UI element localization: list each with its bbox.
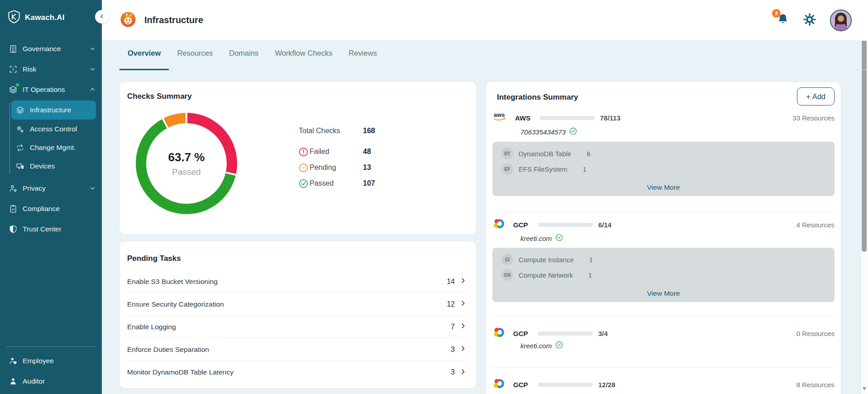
progress-bar: [538, 383, 593, 387]
progress-bar: [538, 332, 593, 336]
sidebar-item-governance[interactable]: Governance: [0, 38, 102, 59]
check-circle-icon: [299, 179, 310, 188]
notification-badge: 3: [772, 9, 781, 18]
resource-types-panel-aws: DT DynamoDB Table 6 EF EFS FileSystem 1 …: [492, 142, 835, 196]
resource-type-name: Compute Instance: [519, 256, 574, 264]
sidebar-item-change-mgmt[interactable]: Change Mgmt.: [11, 139, 96, 157]
passed-label: Passed: [310, 179, 363, 187]
chevron-right-icon: [460, 345, 466, 354]
sidebar-item-auditor[interactable]: Auditor: [0, 371, 102, 391]
sidebar-item-infrastructure[interactable]: Infrastructure: [11, 101, 96, 120]
progress-bar: [539, 116, 595, 120]
resource-type-badge: EF: [501, 163, 513, 175]
sidebar-item-risk[interactable]: Risk: [0, 59, 102, 79]
task-row-enable-s3-bucket-versioning[interactable]: Enable S3 Bucket Versioning 14: [127, 270, 466, 293]
progress-bar: [538, 223, 593, 227]
sidebar-item-label: Compliance: [23, 205, 60, 213]
resource-types-panel-gcp-1: CI Compute Instance 1 CN Compute Network…: [492, 248, 835, 302]
clipboard-check-icon: [8, 204, 18, 213]
layers-icon: [15, 106, 25, 115]
sidebar-item-employee[interactable]: Employee: [0, 351, 102, 371]
integration-row-gcp-1: GCP 6/14 4 Resources: [492, 217, 835, 232]
brand: Kawach.AI: [0, 0, 102, 26]
settings-button[interactable]: [803, 13, 816, 28]
tab-overview[interactable]: Overview: [119, 41, 169, 70]
integration-row-gcp-3: GCP 12/28 8 Resources: [492, 377, 835, 392]
chevron-right-icon: [460, 300, 466, 308]
user-gear-icon: [8, 183, 18, 193]
scrollbar-thumb[interactable]: [862, 40, 867, 252]
resource-type-name: EFS FileSystem: [519, 165, 568, 173]
gcp-logo-icon: [492, 217, 507, 232]
task-count: 3: [451, 346, 455, 354]
scrollbar[interactable]: [860, 22, 868, 394]
resources-count: 8 Resources: [796, 381, 835, 389]
sidebar-item-label: IT Operations: [23, 86, 65, 94]
progress-fraction: 78/113: [600, 114, 620, 122]
status-dot: [16, 83, 19, 86]
legend-total-row: Total Checks 168: [299, 125, 375, 136]
account-id: kreeti.com: [520, 235, 552, 242]
tab-resources[interactable]: Resources: [169, 41, 221, 70]
legend-pending-row: Pending 13: [299, 162, 375, 173]
sidebar-collapse-button[interactable]: [95, 10, 109, 24]
sidebar-item-trust-center[interactable]: Trust Center: [0, 219, 102, 239]
task-row-enforce-duties-separation[interactable]: Enforce Duties Separation 3: [127, 338, 466, 361]
chevron-down-icon: [90, 46, 95, 52]
task-label: Enforce Duties Separation: [127, 346, 209, 354]
it-operations-submenu: Infrastructure Access Control Change Mgm…: [0, 101, 102, 175]
failed-value: 48: [363, 148, 371, 156]
user-avatar[interactable]: [830, 10, 852, 31]
sidebar-item-access-control[interactable]: Access Control: [11, 120, 96, 138]
gcp-logo-icon: [492, 326, 507, 341]
sidebar-item-label: Devices: [30, 162, 55, 170]
sidebar-item-compliance[interactable]: Compliance: [0, 198, 102, 219]
account-id: 706335434573: [520, 128, 566, 136]
sidebar-item-it-operations[interactable]: IT Operations: [0, 79, 102, 100]
task-row-enable-logging[interactable]: Enable Logging 7: [127, 316, 466, 338]
topbar-actions: 3: [777, 10, 852, 31]
view-more-link[interactable]: View More: [492, 183, 835, 192]
task-count: 3: [451, 368, 455, 376]
sidebar-footer: Employee Auditor: [0, 346, 102, 391]
pending-tasks-title: Pending Tasks: [127, 254, 181, 263]
scroll-down-arrow-icon[interactable]: [863, 387, 866, 390]
account-row-gcp-1: kreeti.com: [520, 233, 563, 243]
task-count: 12: [447, 300, 455, 308]
tab-reviews[interactable]: Reviews: [341, 41, 385, 70]
chevron-down-icon: [90, 66, 95, 72]
verified-check-icon: [555, 234, 563, 243]
task-label: Ensure Security Categorization: [127, 300, 224, 308]
donut-sublabel: Passed: [172, 167, 200, 177]
add-integration-button[interactable]: + Add: [797, 87, 835, 106]
tab-domains[interactable]: Domains: [221, 41, 267, 70]
devices-icon: [15, 162, 25, 171]
layers-icon: [8, 85, 18, 94]
change-icon: [15, 143, 25, 153]
view-more-link[interactable]: View More: [492, 289, 835, 298]
sidebar-nav: Governance Risk IT Operations: [0, 38, 102, 239]
chevron-up-icon: [90, 86, 95, 92]
resource-type-count: 1: [589, 256, 593, 264]
legend-passed-row: Passed 107: [299, 178, 375, 189]
task-label: Enable S3 Bucket Versioning: [127, 278, 218, 286]
pending-value: 13: [363, 163, 371, 172]
gears-icon: [15, 125, 25, 134]
donut-percentage: 63.7 %: [168, 150, 205, 164]
resources-count: 0 Resources: [796, 330, 835, 337]
task-row-ensure-security-categorization[interactable]: Ensure Security Categorization 12: [127, 293, 466, 316]
workspace-logo-icon: [120, 11, 136, 29]
passed-value: 107: [363, 179, 375, 187]
sidebar-item-label: Risk: [23, 65, 36, 73]
total-checks-label: Total Checks: [299, 127, 363, 135]
brand-name: Kawach.AI: [25, 13, 65, 22]
notifications-button[interactable]: 3: [777, 13, 789, 28]
progress-fraction: 6/14: [598, 221, 611, 229]
page-title: Infrastructure: [144, 15, 203, 25]
account-row-aws: 706335434573: [520, 127, 577, 137]
tab-workflow-checks[interactable]: Workflow Checks: [267, 41, 340, 70]
sidebar-item-privacy[interactable]: Privacy: [0, 178, 102, 198]
alert-circle-icon: [299, 147, 310, 157]
sidebar-item-devices[interactable]: Devices: [11, 157, 96, 175]
task-row-monitor-dynamodb-table-latency[interactable]: Monitor DynamoDB Table Latency 3: [127, 361, 466, 384]
